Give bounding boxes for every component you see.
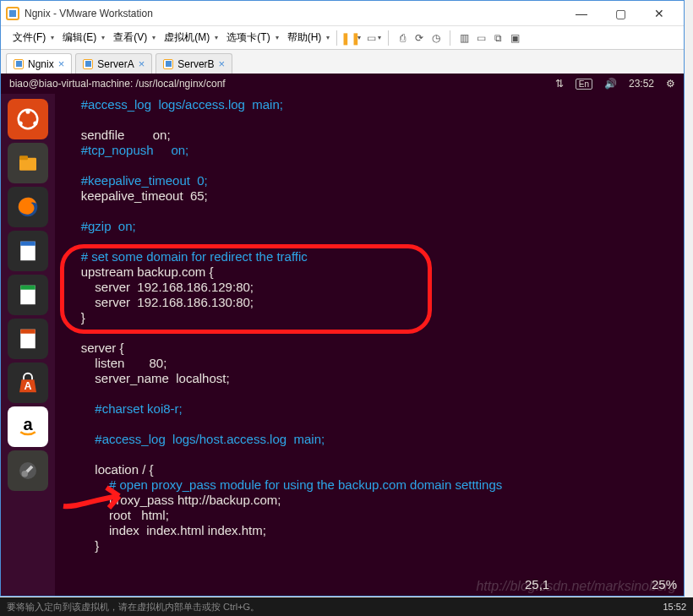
code-line: } bbox=[67, 538, 677, 553]
tab-label: ServerB bbox=[177, 58, 214, 70]
tab-label: ServerA bbox=[97, 58, 134, 70]
code-line bbox=[67, 112, 677, 128]
files-icon[interactable] bbox=[8, 143, 48, 183]
clock[interactable]: 23:52 bbox=[629, 78, 654, 90]
titlebar: Ngnix - VMware Workstation — ▢ ✕ bbox=[1, 1, 684, 26]
window-title: Ngnix - VMware Workstation bbox=[25, 8, 153, 19]
code-line: #tcp_nopush on; bbox=[67, 143, 677, 158]
restart-icon[interactable]: ▭ bbox=[364, 31, 378, 45]
snapshot-icon[interactable]: ⎙ bbox=[396, 31, 409, 45]
lang-indicator[interactable]: En bbox=[576, 79, 592, 90]
app-icon bbox=[6, 7, 19, 20]
host-taskbar: 要将输入定向到该虚拟机，请在虚拟机内部单击或按 Ctrl+G。 15:52 bbox=[0, 597, 693, 616]
code-line: server { bbox=[67, 341, 677, 356]
code-line bbox=[67, 417, 677, 432]
vm-icon bbox=[14, 59, 24, 69]
maximize-button[interactable]: ▢ bbox=[601, 1, 640, 26]
scroll-percent: 25% bbox=[626, 577, 677, 592]
close-button[interactable]: ✕ bbox=[640, 1, 679, 26]
code-line: #access_log logs/access.log main; bbox=[67, 97, 677, 112]
window-controls: — ▢ ✕ bbox=[562, 1, 679, 26]
minimize-button[interactable]: — bbox=[562, 1, 601, 26]
software-center-icon[interactable]: A bbox=[8, 363, 48, 403]
code-line: server 192.168.186.130:80; bbox=[67, 295, 677, 310]
code-line: # open proxy_pass module for using the b… bbox=[67, 477, 677, 493]
fullscreen-icon[interactable]: ▣ bbox=[508, 31, 521, 45]
svg-rect-10 bbox=[20, 286, 35, 290]
calc-icon[interactable] bbox=[8, 275, 48, 315]
svg-point-2 bbox=[19, 122, 23, 126]
menu-edit[interactable]: 编辑(E) bbox=[57, 28, 101, 47]
code-line bbox=[67, 234, 677, 249]
tab-serverb[interactable]: ServerB × bbox=[156, 53, 232, 74]
guest-display[interactable]: biao@biao-virtual-machine: /usr/local/ng… bbox=[1, 74, 684, 596]
code-line: server 192.168.186.129:80; bbox=[67, 280, 677, 295]
close-icon[interactable]: × bbox=[58, 57, 65, 70]
ubuntu-topbar: biao@biao-virtual-machine: /usr/local/ng… bbox=[1, 74, 684, 94]
separator bbox=[388, 30, 389, 46]
unity-icon[interactable]: ⧉ bbox=[491, 31, 505, 45]
host-clock: 15:52 bbox=[663, 602, 686, 612]
separator bbox=[450, 30, 450, 46]
menu-help[interactable]: 帮助(H) bbox=[282, 28, 327, 47]
code-line: root html; bbox=[67, 508, 677, 523]
thumbnail-icon[interactable]: ▥ bbox=[457, 31, 471, 45]
svg-rect-12 bbox=[20, 330, 35, 334]
vm-icon bbox=[163, 59, 173, 69]
code-line: listen 80; bbox=[67, 356, 677, 371]
code-line: # set some domain for redirect the traff… bbox=[67, 249, 677, 264]
code-line bbox=[67, 158, 677, 173]
vm-icon bbox=[83, 59, 93, 69]
code-line: keepalive_timeout 65; bbox=[67, 188, 677, 204]
svg-text:a: a bbox=[23, 415, 33, 433]
code-line bbox=[67, 386, 677, 401]
menubar: 文件(F)▾ 编辑(E)▾ 查看(V)▾ 虚拟机(M)▾ 选项卡(T)▾ 帮助(… bbox=[1, 26, 684, 50]
writer-icon[interactable] bbox=[8, 231, 48, 271]
code-line: server_name localhost; bbox=[67, 371, 677, 386]
close-icon[interactable]: × bbox=[219, 57, 226, 70]
firefox-icon[interactable] bbox=[8, 187, 48, 227]
dash-icon[interactable] bbox=[8, 99, 48, 139]
code-line: sendfile on; bbox=[67, 128, 677, 143]
menu-file[interactable]: 文件(F) bbox=[8, 28, 51, 47]
code-line bbox=[67, 447, 677, 462]
vmware-window: Ngnix - VMware Workstation — ▢ ✕ 文件(F)▾ … bbox=[0, 0, 685, 597]
code-line: #gzip on; bbox=[67, 219, 677, 234]
terminal[interactable]: #access_log logs/access.log main; sendfi… bbox=[55, 94, 684, 596]
code-line: index index.html index.htm; bbox=[67, 523, 677, 538]
svg-point-3 bbox=[33, 122, 37, 126]
code-line: #keepalive_timeout 0; bbox=[67, 173, 677, 188]
code-line bbox=[67, 325, 677, 341]
code-line: #charset koi8-r; bbox=[67, 401, 677, 417]
impress-icon[interactable] bbox=[8, 319, 48, 359]
svg-rect-5 bbox=[19, 155, 28, 160]
menu-vm[interactable]: 虚拟机(M) bbox=[159, 28, 215, 47]
code-line: proxy_pass http://backup.com; bbox=[67, 493, 677, 508]
separator bbox=[336, 30, 337, 46]
window-path: biao@biao-virtual-machine: /usr/local/ng… bbox=[9, 78, 226, 90]
tab-servera[interactable]: ServerA × bbox=[75, 53, 152, 74]
code-line: } bbox=[67, 310, 677, 325]
revert-icon[interactable]: ⟳ bbox=[412, 31, 426, 45]
manage-icon[interactable]: ◷ bbox=[429, 31, 443, 45]
code-line: #access_log logs/host.access.log main; bbox=[67, 432, 677, 447]
svg-text:A: A bbox=[24, 380, 31, 392]
volume-icon[interactable]: 🔊 bbox=[604, 78, 617, 90]
network-icon[interactable]: ⇅ bbox=[555, 78, 564, 90]
editor-content: #access_log logs/access.log main; sendfi… bbox=[67, 97, 677, 553]
pause-icon[interactable]: ❚❚ bbox=[344, 31, 357, 45]
vim-statusline: 25,1 25% bbox=[67, 577, 677, 592]
unity-launcher: A a >_ bbox=[1, 94, 55, 596]
amazon-icon[interactable]: a bbox=[8, 406, 48, 447]
tab-label: Ngnix bbox=[28, 58, 54, 70]
multi-monitor-icon[interactable]: ▭ bbox=[474, 31, 488, 45]
code-line bbox=[67, 204, 677, 219]
settings-icon[interactable] bbox=[8, 450, 48, 491]
gear-icon[interactable]: ⚙ bbox=[666, 78, 675, 90]
cursor-position: 25,1 bbox=[525, 577, 626, 592]
close-icon[interactable]: × bbox=[139, 57, 145, 70]
svg-rect-8 bbox=[20, 242, 35, 246]
tab-nginx[interactable]: Ngnix × bbox=[6, 53, 72, 74]
menu-view[interactable]: 查看(V) bbox=[108, 28, 152, 47]
menu-tabs[interactable]: 选项卡(T) bbox=[221, 28, 275, 47]
